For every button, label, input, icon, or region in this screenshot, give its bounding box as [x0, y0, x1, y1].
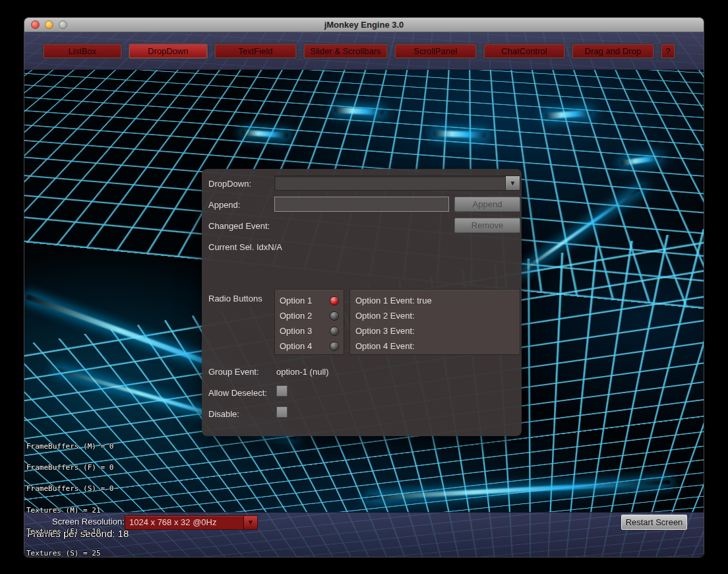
demo-toolbar: ListBox DropDown TextField Slider & Scro…: [24, 32, 704, 70]
stats-line: FrameBuffers (M) = 0: [26, 443, 113, 451]
radio-option-label: Option 2: [280, 311, 312, 321]
screen-resolution-value: 1024 x 768 x 32 @0Hz: [125, 516, 243, 529]
disable-checkbox[interactable]: [276, 406, 288, 418]
dropdown-select[interactable]: ▼: [274, 175, 520, 191]
append-button[interactable]: Append: [454, 197, 520, 212]
chevron-down-icon[interactable]: ▼: [505, 176, 520, 190]
titlebar[interactable]: jMonkey Engine 3.0: [24, 18, 704, 32]
allow-deselect-checkbox[interactable]: [276, 385, 288, 397]
radio-option-2[interactable]: Option 2: [275, 308, 344, 323]
dropdown-demo-panel: DropDown: ▼ Append: Append Changed Event…: [202, 169, 522, 436]
radio-icon[interactable]: [330, 311, 339, 321]
chevron-down-icon[interactable]: ▼: [243, 516, 257, 529]
allow-deselect-label: Allow Deselect:: [208, 388, 267, 398]
render-stats-overlay: FrameBuffers (M) = 0 FrameBuffers (F) = …: [26, 429, 113, 557]
radio-icon[interactable]: [330, 327, 339, 336]
dropdown-label: DropDown:: [208, 179, 251, 189]
toolbar-button-sliders[interactable]: Slider & Scrollbars: [303, 44, 388, 59]
toolbar-button-scrollpanel[interactable]: ScrollPanel: [394, 44, 477, 59]
radio-icon[interactable]: [330, 342, 339, 351]
stats-line: FrameBuffers (F) = 0: [26, 464, 113, 472]
stats-line: Textures (M) = 21: [26, 507, 113, 515]
radio-event-4: Option 4 Event:: [350, 338, 520, 354]
window-content: ListBox DropDown TextField Slider & Scro…: [24, 32, 704, 557]
radio-option-3[interactable]: Option 3: [275, 323, 344, 338]
app-window: jMonkey Engine 3.0 ListBox DropDown Text…: [24, 17, 704, 558]
current-sel-label: Current Sel. Idx: [208, 242, 268, 252]
radio-option-label: Option 1: [280, 296, 312, 305]
stats-line: FrameBuffers (S) = 0: [26, 486, 113, 493]
window-title: jMonkey Engine 3.0: [24, 20, 704, 30]
radio-options-box: Option 1 Option 2 Option 3 Option 4: [274, 289, 344, 355]
remove-button[interactable]: Remove: [454, 218, 520, 233]
radio-option-4[interactable]: Option 4: [275, 338, 344, 354]
changed-event-label: Changed Event:: [208, 221, 270, 231]
bottom-bar: Screen Resolution: 1024 x 768 x 32 @0Hz …: [24, 512, 704, 557]
radio-events-box: Option 1 Event: true Option 2 Event: Opt…: [349, 289, 520, 355]
current-sel-value: N/A: [268, 242, 282, 252]
toolbar-button-listbox[interactable]: ListBox: [43, 44, 122, 59]
radio-selected-icon[interactable]: [330, 296, 339, 305]
dropdown-selected-value: [275, 176, 505, 190]
radio-event-2: Option 2 Event:: [350, 308, 520, 323]
append-input[interactable]: [274, 197, 449, 212]
current-selection-text: Current Sel. IdxN/A: [208, 242, 282, 252]
disable-label: Disable:: [208, 409, 239, 419]
group-event-value: option-1 (null): [276, 367, 329, 377]
toolbar-button-draganddrop[interactable]: Drag and Drop: [572, 44, 654, 59]
group-event-label: Group Event:: [208, 367, 259, 377]
radio-option-label: Option 3: [280, 326, 312, 336]
radio-option-label: Option 4: [280, 341, 312, 351]
toolbar-button-textfield[interactable]: TextField: [214, 44, 297, 59]
restart-screen-button[interactable]: Restart Screen: [621, 515, 687, 530]
stats-line: Textures (S) = 25: [26, 550, 113, 557]
toolbar-button-chatcontrol[interactable]: ChatControl: [483, 44, 565, 59]
radio-event-1: Option 1 Event: true: [350, 293, 520, 308]
append-label: Append:: [208, 200, 240, 210]
screen-resolution-select[interactable]: 1024 x 768 x 32 @0Hz ▼: [125, 515, 258, 530]
toolbar-button-dropdown[interactable]: DropDown: [129, 44, 208, 59]
toolbar-button-help[interactable]: ?: [661, 44, 675, 59]
stats-line: Textures (F) = 10: [26, 528, 113, 536]
radio-option-1[interactable]: Option 1: [275, 293, 344, 308]
radio-event-3: Option 3 Event:: [350, 323, 520, 338]
radio-group-label: Radio Buttons: [208, 294, 262, 303]
